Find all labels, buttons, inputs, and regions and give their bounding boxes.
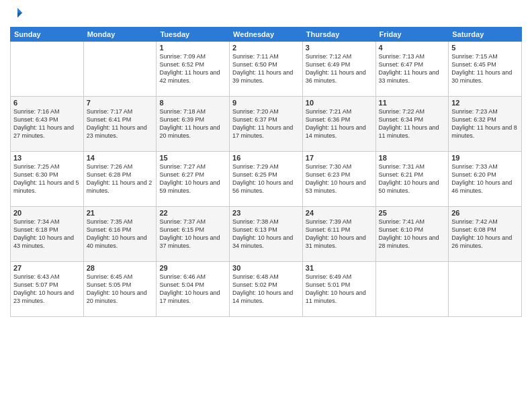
- day-cell: 18Sunrise: 7:31 AM Sunset: 6:21 PM Dayli…: [375, 152, 449, 207]
- day-cell: 13Sunrise: 7:25 AM Sunset: 6:30 PM Dayli…: [11, 152, 84, 207]
- day-number: 16: [232, 154, 300, 162]
- day-info: Sunrise: 7:17 AM Sunset: 6:41 PM Dayligh…: [87, 107, 154, 140]
- day-info: Sunrise: 7:29 AM Sunset: 6:25 PM Dayligh…: [232, 163, 300, 195]
- day-info: Sunrise: 7:20 AM Sunset: 6:37 PM Dayligh…: [232, 107, 300, 140]
- day-info: Sunrise: 7:39 AM Sunset: 6:11 PM Dayligh…: [306, 218, 373, 250]
- day-cell: 24Sunrise: 7:39 AM Sunset: 6:11 PM Dayli…: [302, 207, 375, 262]
- day-info: Sunrise: 7:15 AM Sunset: 6:45 PM Dayligh…: [451, 52, 519, 85]
- day-number: 31: [306, 264, 373, 272]
- day-number: 26: [451, 209, 519, 217]
- day-info: Sunrise: 7:12 AM Sunset: 6:49 PM Dayligh…: [306, 52, 373, 85]
- day-header-saturday: Saturday: [449, 28, 522, 42]
- day-number: 21: [87, 209, 154, 217]
- day-info: Sunrise: 6:43 AM Sunset: 5:07 PM Dayligh…: [13, 273, 81, 306]
- day-info: Sunrise: 7:41 AM Sunset: 6:10 PM Dayligh…: [379, 218, 446, 250]
- day-number: 2: [232, 44, 300, 52]
- day-number: 24: [306, 209, 373, 217]
- svg-marker-0: [17, 8, 22, 13]
- day-cell: 30Sunrise: 6:48 AM Sunset: 5:02 PM Dayli…: [230, 262, 303, 317]
- day-info: Sunrise: 7:16 AM Sunset: 6:43 PM Dayligh…: [13, 107, 81, 140]
- day-cell: 3Sunrise: 7:12 AM Sunset: 6:49 PM Daylig…: [302, 42, 375, 97]
- day-cell: 25Sunrise: 7:41 AM Sunset: 6:10 PM Dayli…: [375, 207, 449, 262]
- day-info: Sunrise: 7:21 AM Sunset: 6:36 PM Dayligh…: [306, 107, 373, 140]
- day-cell: 12Sunrise: 7:23 AM Sunset: 6:32 PM Dayli…: [449, 97, 522, 152]
- day-cell: [449, 262, 522, 317]
- day-cell: 17Sunrise: 7:30 AM Sunset: 6:23 PM Dayli…: [302, 152, 375, 207]
- day-number: 20: [13, 209, 81, 217]
- day-number: 15: [159, 154, 226, 162]
- day-cell: 1Sunrise: 7:09 AM Sunset: 6:52 PM Daylig…: [157, 42, 230, 97]
- day-info: Sunrise: 6:49 AM Sunset: 5:01 PM Dayligh…: [306, 273, 373, 306]
- day-header-sunday: Sunday: [11, 28, 84, 42]
- day-cell: 9Sunrise: 7:20 AM Sunset: 6:37 PM Daylig…: [230, 97, 303, 152]
- day-info: Sunrise: 7:18 AM Sunset: 6:39 PM Dayligh…: [159, 107, 226, 140]
- day-cell: 6Sunrise: 7:16 AM Sunset: 6:43 PM Daylig…: [11, 97, 84, 152]
- day-info: Sunrise: 7:38 AM Sunset: 6:13 PM Dayligh…: [232, 218, 300, 250]
- day-info: Sunrise: 7:11 AM Sunset: 6:50 PM Dayligh…: [232, 52, 300, 85]
- day-header-monday: Monday: [83, 28, 157, 42]
- day-cell: 16Sunrise: 7:29 AM Sunset: 6:25 PM Dayli…: [230, 152, 303, 207]
- day-info: Sunrise: 7:09 AM Sunset: 6:52 PM Dayligh…: [159, 52, 226, 85]
- week-row-3: 13Sunrise: 7:25 AM Sunset: 6:30 PM Dayli…: [11, 152, 522, 207]
- week-row-2: 6Sunrise: 7:16 AM Sunset: 6:43 PM Daylig…: [11, 97, 522, 152]
- day-cell: 4Sunrise: 7:13 AM Sunset: 6:47 PM Daylig…: [375, 42, 449, 97]
- day-cell: [11, 42, 84, 97]
- day-cell: [375, 262, 449, 317]
- day-cell: 5Sunrise: 7:15 AM Sunset: 6:45 PM Daylig…: [449, 42, 522, 97]
- day-info: Sunrise: 7:23 AM Sunset: 6:32 PM Dayligh…: [451, 107, 519, 140]
- day-number: 12: [451, 99, 519, 107]
- day-number: 11: [379, 99, 446, 107]
- day-info: Sunrise: 7:33 AM Sunset: 6:20 PM Dayligh…: [451, 163, 519, 195]
- day-number: 8: [159, 99, 226, 107]
- day-cell: 20Sunrise: 7:34 AM Sunset: 6:18 PM Dayli…: [11, 207, 84, 262]
- day-cell: 29Sunrise: 6:46 AM Sunset: 5:04 PM Dayli…: [157, 262, 230, 317]
- day-cell: 14Sunrise: 7:26 AM Sunset: 6:28 PM Dayli…: [83, 152, 157, 207]
- day-number: 23: [232, 209, 300, 217]
- day-cell: 26Sunrise: 7:42 AM Sunset: 6:08 PM Dayli…: [449, 207, 522, 262]
- day-number: 13: [13, 154, 81, 162]
- day-header-friday: Friday: [375, 28, 449, 42]
- day-number: 7: [87, 99, 154, 107]
- day-info: Sunrise: 7:31 AM Sunset: 6:21 PM Dayligh…: [379, 163, 446, 195]
- day-cell: 27Sunrise: 6:43 AM Sunset: 5:07 PM Dayli…: [11, 262, 84, 317]
- calendar-page: SundayMondayTuesdayWednesdayThursdayFrid…: [0, 0, 532, 411]
- day-info: Sunrise: 7:30 AM Sunset: 6:23 PM Dayligh…: [306, 163, 373, 195]
- week-row-4: 20Sunrise: 7:34 AM Sunset: 6:18 PM Dayli…: [11, 207, 522, 262]
- day-number: 27: [13, 264, 81, 272]
- day-info: Sunrise: 7:42 AM Sunset: 6:08 PM Dayligh…: [451, 218, 519, 250]
- day-number: 17: [306, 154, 373, 162]
- day-info: Sunrise: 7:37 AM Sunset: 6:15 PM Dayligh…: [159, 218, 226, 250]
- day-header-thursday: Thursday: [302, 28, 375, 42]
- day-cell: 28Sunrise: 6:45 AM Sunset: 5:05 PM Dayli…: [83, 262, 157, 317]
- day-cell: 8Sunrise: 7:18 AM Sunset: 6:39 PM Daylig…: [157, 97, 230, 152]
- svg-marker-1: [17, 13, 22, 17]
- day-info: Sunrise: 7:35 AM Sunset: 6:16 PM Dayligh…: [87, 218, 154, 250]
- day-number: 6: [13, 99, 81, 107]
- day-number: 19: [451, 154, 519, 162]
- header: [10, 7, 522, 21]
- day-number: 10: [306, 99, 373, 107]
- day-cell: 2Sunrise: 7:11 AM Sunset: 6:50 PM Daylig…: [230, 42, 303, 97]
- logo: [10, 7, 25, 21]
- day-cell: 21Sunrise: 7:35 AM Sunset: 6:16 PM Dayli…: [83, 207, 157, 262]
- day-number: 9: [232, 99, 300, 107]
- day-cell: 23Sunrise: 7:38 AM Sunset: 6:13 PM Dayli…: [230, 207, 303, 262]
- day-cell: 19Sunrise: 7:33 AM Sunset: 6:20 PM Dayli…: [449, 152, 522, 207]
- calendar-body: 1Sunrise: 7:09 AM Sunset: 6:52 PM Daylig…: [11, 42, 522, 317]
- day-number: 25: [379, 209, 446, 217]
- day-cell: 22Sunrise: 7:37 AM Sunset: 6:15 PM Dayli…: [157, 207, 230, 262]
- day-cell: 10Sunrise: 7:21 AM Sunset: 6:36 PM Dayli…: [302, 97, 375, 152]
- day-cell: 31Sunrise: 6:49 AM Sunset: 5:01 PM Dayli…: [302, 262, 375, 317]
- day-info: Sunrise: 7:25 AM Sunset: 6:30 PM Dayligh…: [13, 163, 81, 195]
- calendar-table: SundayMondayTuesdayWednesdayThursdayFrid…: [10, 27, 522, 317]
- day-number: 30: [232, 264, 300, 272]
- day-info: Sunrise: 6:45 AM Sunset: 5:05 PM Dayligh…: [87, 273, 154, 306]
- logo-icon: [11, 7, 24, 19]
- day-header-wednesday: Wednesday: [230, 28, 303, 42]
- day-number: 14: [87, 154, 154, 162]
- day-cell: 11Sunrise: 7:22 AM Sunset: 6:34 PM Dayli…: [375, 97, 449, 152]
- day-cell: 7Sunrise: 7:17 AM Sunset: 6:41 PM Daylig…: [83, 97, 157, 152]
- week-row-1: 1Sunrise: 7:09 AM Sunset: 6:52 PM Daylig…: [11, 42, 522, 97]
- day-header-tuesday: Tuesday: [157, 28, 230, 42]
- day-cell: [83, 42, 157, 97]
